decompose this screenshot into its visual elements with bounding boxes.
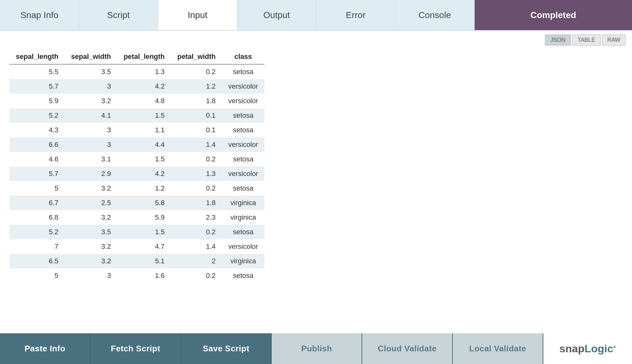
cell-13-2: 5.1 <box>117 254 171 268</box>
cell-14-3: 0.2 <box>171 268 222 283</box>
col-header-petal-width: petal_width <box>171 49 222 64</box>
cell-0-1: 3.5 <box>65 64 117 79</box>
cell-0-4: setosa <box>222 64 264 79</box>
data-table-wrapper: sepal_length sepal_width petal_length pe… <box>0 49 632 333</box>
cell-11-0: 5.2 <box>9 225 65 239</box>
cell-6-3: 0.2 <box>171 152 222 166</box>
view-btn-table[interactable]: TABLE <box>572 35 601 46</box>
tab-snap-info[interactable]: Snap Info <box>0 0 79 30</box>
tab-bar: Snap Info Script Input Output Error Cons… <box>0 0 632 31</box>
cell-14-1: 3 <box>65 268 117 283</box>
cell-0-2: 1.3 <box>117 64 171 79</box>
cell-4-0: 4.3 <box>9 123 65 137</box>
cell-4-3: 0.1 <box>171 123 222 137</box>
col-header-petal-length: petal_length <box>117 49 171 64</box>
brand-snap: snap <box>559 342 585 355</box>
table-row: 5.53.51.30.2setosa <box>9 64 264 79</box>
cell-11-1: 3.5 <box>65 225 117 239</box>
cell-2-1: 3.2 <box>65 94 117 108</box>
cell-1-3: 1.2 <box>171 79 222 94</box>
col-header-sepal-length: sepal_length <box>9 49 65 64</box>
cell-11-4: setosa <box>222 225 264 239</box>
cell-2-0: 5.9 <box>9 94 65 108</box>
cell-14-2: 1.6 <box>117 268 171 283</box>
col-header-sepal-width: sepal_width <box>65 49 117 64</box>
cell-2-3: 1.8 <box>171 94 222 108</box>
cell-10-1: 3.2 <box>65 210 117 225</box>
cell-8-3: 0.2 <box>171 181 222 196</box>
cell-9-2: 5.8 <box>117 196 171 210</box>
cell-6-0: 4.6 <box>9 152 65 166</box>
cell-10-3: 2.3 <box>171 210 222 225</box>
cell-8-2: 1.2 <box>117 181 171 196</box>
action-bar: Paste Info Fetch Script Save Script Publ… <box>0 333 632 364</box>
table-header-row: sepal_length sepal_width petal_length pe… <box>9 49 264 64</box>
tab-output[interactable]: Output <box>237 0 316 30</box>
cell-1-1: 3 <box>65 79 117 94</box>
local-validate-button[interactable]: Local Validate <box>453 333 543 364</box>
view-btn-raw[interactable]: RAW <box>602 35 626 46</box>
cell-1-2: 4.2 <box>117 79 171 94</box>
paste-info-button[interactable]: Paste Info <box>0 333 91 364</box>
cell-11-2: 1.5 <box>117 225 171 239</box>
cell-4-1: 3 <box>65 123 117 137</box>
table-row: 53.21.20.2setosa <box>9 181 264 196</box>
brand-logic: Logic <box>585 342 613 355</box>
cell-13-4: virginica <box>222 254 264 268</box>
cell-9-0: 6.7 <box>9 196 65 210</box>
cell-9-1: 2.5 <box>65 196 117 210</box>
table-row: 73.24.71.4versicolor <box>9 239 264 254</box>
cell-13-3: 2 <box>171 254 222 268</box>
table-row: 6.72.55.81.8virginica <box>9 196 264 210</box>
col-header-class: class <box>222 49 264 64</box>
brand-text: snapLogic® <box>559 342 616 355</box>
brand-registered: ® <box>613 345 616 349</box>
table-row: 5.93.24.81.8versicolor <box>9 94 264 108</box>
cloud-validate-button[interactable]: Cloud Validate <box>362 333 453 364</box>
cell-3-2: 1.5 <box>117 108 171 123</box>
cell-1-4: versicolor <box>222 79 264 94</box>
cell-5-4: versicolor <box>222 137 264 152</box>
cell-8-1: 3.2 <box>65 181 117 196</box>
cell-5-3: 1.4 <box>171 137 222 152</box>
cell-0-3: 0.2 <box>171 64 222 79</box>
cell-7-2: 4.2 <box>117 166 171 181</box>
cell-13-1: 3.2 <box>65 254 117 268</box>
save-script-button[interactable]: Save Script <box>181 333 272 364</box>
cell-7-1: 2.9 <box>65 166 117 181</box>
table-row: 5.72.94.21.3versicolor <box>9 166 264 181</box>
table-row: 4.331.10.1setosa <box>9 123 264 137</box>
view-toggle: JSON TABLE RAW <box>0 31 632 49</box>
cell-12-4: versicolor <box>222 239 264 254</box>
tab-script[interactable]: Script <box>79 0 158 30</box>
fetch-script-button[interactable]: Fetch Script <box>91 333 181 364</box>
cell-6-4: setosa <box>222 152 264 166</box>
cell-14-4: setosa <box>222 268 264 283</box>
cell-12-3: 1.4 <box>171 239 222 254</box>
tab-console[interactable]: Console <box>395 0 475 30</box>
cell-10-2: 5.9 <box>117 210 171 225</box>
view-btn-json[interactable]: JSON <box>545 35 571 46</box>
tab-error[interactable]: Error <box>316 0 395 30</box>
cell-7-4: versicolor <box>222 166 264 181</box>
cell-12-0: 7 <box>9 239 65 254</box>
cell-9-4: virginica <box>222 196 264 210</box>
tab-input[interactable]: Input <box>158 0 237 30</box>
table-row: 5.23.51.50.2setosa <box>9 225 264 239</box>
cell-2-2: 4.8 <box>117 94 171 108</box>
table-row: 4.63.11.50.2setosa <box>9 152 264 166</box>
publish-button[interactable]: Publish <box>272 333 362 364</box>
cell-0-0: 5.5 <box>9 64 65 79</box>
cell-13-0: 6.5 <box>9 254 65 268</box>
table-row: 5.734.21.2versicolor <box>9 79 264 94</box>
cell-2-4: versicolor <box>222 94 264 108</box>
table-row: 531.60.2setosa <box>9 268 264 283</box>
tab-completed[interactable]: Completed <box>475 0 632 30</box>
table-row: 6.83.25.92.3virginica <box>9 210 264 225</box>
data-table: sepal_length sepal_width petal_length pe… <box>9 49 264 283</box>
cell-10-4: virginica <box>222 210 264 225</box>
cell-9-3: 1.8 <box>171 196 222 210</box>
cell-8-4: setosa <box>222 181 264 196</box>
cell-7-0: 5.7 <box>9 166 65 181</box>
table-row: 5.24.11.50.1setosa <box>9 108 264 123</box>
